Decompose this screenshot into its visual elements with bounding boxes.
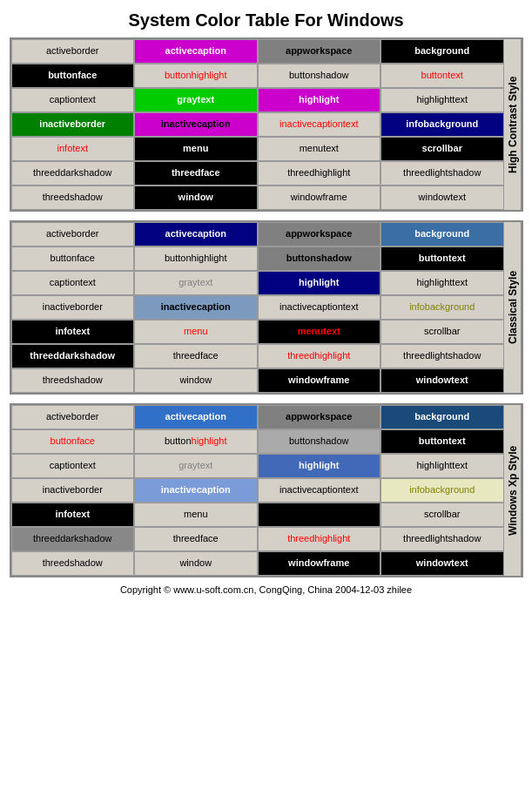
cell-2-12: inactiveborder <box>11 478 135 503</box>
cell-1-1: activecaption <box>134 222 258 246</box>
cell-2-4: buttonface <box>11 429 135 454</box>
cell-1-24: threedshadow <box>11 368 135 393</box>
cell-1-9: graytext <box>134 271 258 295</box>
cell-1-27: windowtext <box>380 368 504 393</box>
cell-2-14: inactivecaptiontext <box>258 478 381 503</box>
cell-0-17: menu <box>134 137 258 161</box>
cell-0-3: background <box>380 39 504 64</box>
cell-1-19: scrollbar <box>380 320 504 344</box>
cell-1-18: menutext <box>258 320 381 344</box>
cell-0-1: activecaption <box>134 39 258 64</box>
cell-2-21: threedface <box>134 527 258 551</box>
cell-1-2: appworkspace <box>258 222 381 246</box>
cell-1-16: infotext <box>11 320 135 344</box>
cell-0-11: highlighttext <box>380 88 504 112</box>
cell-0-27: windowtext <box>380 186 504 210</box>
cell-1-3: background <box>380 222 504 246</box>
cell-2-10: highlight <box>258 454 381 478</box>
cell-1-11: highlighttext <box>380 271 504 295</box>
cell-2-8: captiontext <box>11 454 135 478</box>
cell-0-18: menutext <box>258 137 381 161</box>
cell-0-6: buttonshadow <box>258 64 381 88</box>
cell-2-24: threedshadow <box>11 551 135 576</box>
cell-0-7: buttontext <box>380 64 504 88</box>
cell-0-2: appworkspace <box>258 39 381 64</box>
cell-0-8: captiontext <box>11 88 135 112</box>
cell-0-5: buttonhighlight <box>134 64 258 88</box>
cell-1-12: inactiveborder <box>11 295 135 320</box>
cell-2-13: inactivecaption <box>134 478 258 503</box>
cell-2-2: appworkspace <box>258 405 381 429</box>
copyright-text: Copyright © www.u-soft.com.cn, CongQing,… <box>120 584 412 595</box>
cell-1-14: inactivecaptiontext <box>258 295 381 320</box>
color-table-1: activeborderactivecaptionappworkspacebac… <box>11 222 504 393</box>
cell-1-26: windowframe <box>258 368 381 393</box>
section-label-1: Classical Style <box>504 222 522 393</box>
cell-0-20: threeddarkshadow <box>11 161 135 186</box>
cell-1-21: threedface <box>134 344 258 368</box>
cell-2-1: activecaption <box>134 405 258 429</box>
section-label-0: High Contrast Style <box>504 39 522 210</box>
cell-2-23: threedlightshadow <box>380 527 504 551</box>
cell-1-23: threedlightshadow <box>380 344 504 368</box>
cell-1-6: buttonshadow <box>258 246 381 271</box>
section-label-2: Windows Xp Style <box>504 405 522 576</box>
cell-1-15: infobackground <box>380 295 504 320</box>
cell-2-19: scrollbar <box>380 503 504 527</box>
cell-0-0: activeborder <box>11 39 135 64</box>
cell-2-0: activeborder <box>11 405 135 429</box>
cell-1-4: buttonface <box>11 246 135 271</box>
cell-1-10: highlight <box>258 271 381 295</box>
section-1: activeborderactivecaptionappworkspacebac… <box>10 220 523 395</box>
main-content: activeborderactivecaptionappworkspacebac… <box>10 37 523 577</box>
cell-2-7: buttontext <box>380 429 504 454</box>
color-table-0: activeborderactivecaptionappworkspacebac… <box>11 39 504 210</box>
cell-1-20: threeddarkshadow <box>11 344 135 368</box>
cell-2-20: threeddarkshadow <box>11 527 135 551</box>
cell-1-13: inactivecaption <box>134 295 258 320</box>
cell-2-5: buttonhighlight <box>134 429 258 454</box>
cell-2-3: background <box>380 405 504 429</box>
cell-2-9: graytext <box>134 454 258 478</box>
cell-2-27: windowtext <box>380 551 504 576</box>
cell-2-6: buttonshadow <box>258 429 381 454</box>
cell-0-4: buttonface <box>11 64 135 88</box>
cell-1-17: menu <box>134 320 258 344</box>
page-title: System Color Table For Windows <box>128 10 403 30</box>
cell-1-25: window <box>134 368 258 393</box>
section-2: activeborderactivecaptionappworkspacebac… <box>10 403 523 577</box>
cell-0-15: infobackground <box>380 112 504 137</box>
cell-1-0: activeborder <box>11 222 135 246</box>
cell-0-21: threedface <box>134 161 258 186</box>
cell-1-22: threedhighlight <box>258 344 381 368</box>
cell-2-22: threedhighlight <box>258 527 381 551</box>
cell-2-17: menu <box>134 503 258 527</box>
cell-0-9: graytext <box>134 88 258 112</box>
cell-0-26: windowframe <box>258 186 381 210</box>
cell-0-19: scrollbar <box>380 137 504 161</box>
cell-0-14: inactivecaptiontext <box>258 112 381 137</box>
cell-1-8: captiontext <box>11 271 135 295</box>
cell-0-23: threedlightshadow <box>380 161 504 186</box>
color-table-2: activeborderactivecaptionappworkspacebac… <box>11 405 504 576</box>
cell-0-16: infotext <box>11 137 135 161</box>
cell-0-13: inactivecaption <box>134 112 258 137</box>
cell-2-15: infobackground <box>380 478 504 503</box>
cell-0-22: threedhighlight <box>258 161 381 186</box>
cell-0-24: threedshadow <box>11 186 135 210</box>
cell-0-10: highlight <box>258 88 381 112</box>
cell-2-25: window <box>134 551 258 576</box>
cell-1-7: buttontext <box>380 246 504 271</box>
cell-0-12: inactiveborder <box>11 112 135 137</box>
cell-1-5: buttonhighlight <box>134 246 258 271</box>
cell-2-11: highlighttext <box>380 454 504 478</box>
cell-2-26: windowframe <box>258 551 381 576</box>
section-0: activeborderactivecaptionappworkspacebac… <box>10 37 523 212</box>
cell-0-25: window <box>134 186 258 210</box>
cell-2-18: menutext <box>258 503 381 527</box>
cell-2-16: infotext <box>11 503 135 527</box>
